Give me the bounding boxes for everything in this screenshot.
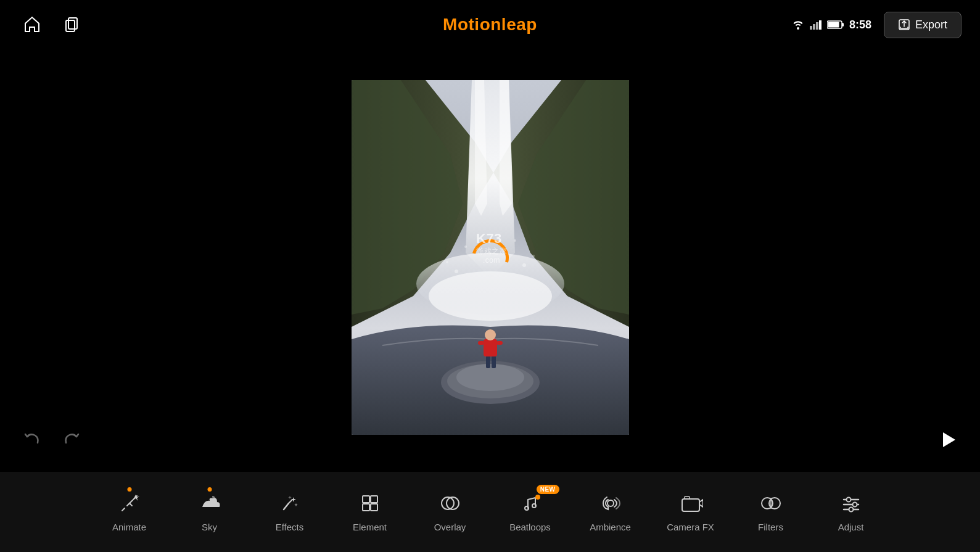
export-label: Export [915, 19, 947, 31]
svg-point-26 [464, 245, 467, 248]
svg-rect-0 [66, 20, 75, 31]
svg-rect-17 [492, 356, 496, 368]
svg-point-22 [455, 270, 458, 273]
watermark-sub: 游戏之家.com [476, 247, 507, 265]
svg-rect-5 [819, 20, 821, 30]
svg-rect-21 [496, 341, 503, 345]
svg-rect-18 [484, 339, 497, 356]
toolbar-item-animate[interactable]: Animate [89, 484, 170, 541]
ambience-label: Ambience [590, 522, 631, 532]
toolbar-item-effects[interactable]: Effects [250, 484, 330, 541]
svg-rect-39 [685, 496, 690, 499]
svg-point-47 [852, 502, 857, 506]
svg-point-35 [532, 504, 536, 508]
bottom-toolbar: Animate Sky Effects [0, 472, 980, 552]
animate-dot [127, 487, 131, 492]
svg-point-36 [535, 495, 540, 500]
svg-point-48 [849, 507, 853, 511]
toolbar-item-overlay[interactable]: Overlay [410, 484, 490, 541]
layers-button[interactable] [58, 11, 85, 38]
svg-rect-29 [371, 496, 377, 503]
effects-label: Effects [276, 522, 304, 532]
toolbar-item-filters[interactable]: Filters [731, 484, 811, 541]
home-icon [22, 15, 42, 35]
toolbar-item-adjust[interactable]: Adjust [811, 484, 891, 541]
svg-point-24 [522, 263, 526, 267]
top-left-icons [19, 11, 85, 38]
top-right: 8:58 Export [791, 12, 961, 38]
camera-fx-icon [677, 490, 704, 517]
svg-rect-1 [68, 18, 77, 29]
watermark-main: K73 [476, 231, 502, 246]
undo-icon [23, 430, 41, 449]
beatloops-new-badge: NEW [537, 485, 559, 494]
export-button[interactable]: Export [884, 12, 961, 38]
sky-dot [207, 487, 212, 492]
top-bar: Motionleap 8:58 [0, 0, 980, 49]
svg-rect-16 [486, 356, 490, 368]
svg-rect-30 [363, 504, 369, 511]
svg-point-34 [525, 506, 529, 510]
svg-point-23 [446, 261, 448, 263]
camera-fx-label: Camera FX [667, 522, 714, 532]
svg-rect-28 [363, 496, 369, 503]
effects-icon [276, 490, 303, 517]
overlay-icon [437, 490, 464, 517]
export-icon [898, 19, 910, 31]
watermark: K73 游戏之家.com [476, 231, 507, 265]
svg-rect-3 [813, 24, 815, 30]
filters-icon [757, 490, 784, 517]
svg-rect-20 [478, 341, 484, 345]
adjust-label: Adjust [838, 522, 864, 532]
ambience-icon [597, 490, 624, 517]
svg-point-46 [846, 497, 850, 501]
animate-icon [116, 490, 143, 517]
svg-point-12 [429, 271, 552, 321]
animate-label: Animate [112, 522, 146, 532]
toolbar-item-ambience[interactable]: Ambience [570, 484, 651, 541]
canvas-area: K73 游戏之家.com [0, 49, 980, 466]
svg-point-19 [485, 329, 496, 340]
svg-rect-8 [842, 23, 844, 27]
svg-point-27 [514, 239, 516, 242]
element-icon [356, 490, 384, 517]
play-icon [937, 429, 959, 451]
svg-rect-38 [682, 499, 699, 511]
svg-rect-4 [816, 22, 818, 30]
svg-point-25 [532, 255, 535, 257]
toolbar-item-element[interactable]: Element [330, 484, 410, 541]
adjust-icon [838, 490, 865, 517]
status-bar: 8:58 [791, 19, 871, 31]
svg-rect-7 [828, 22, 839, 28]
play-button[interactable] [934, 426, 961, 453]
svg-rect-2 [810, 26, 812, 30]
toolbar-item-beatloops[interactable]: NEW Beatloops [490, 484, 570, 541]
toolbar-item-sky[interactable]: Sky [170, 484, 250, 541]
redo-button[interactable] [58, 426, 85, 453]
element-label: Element [353, 522, 387, 532]
time-display: 8:58 [849, 19, 871, 31]
sky-label: Sky [202, 522, 217, 532]
undo-button[interactable] [19, 426, 46, 453]
signal-icon [810, 20, 822, 30]
right-controls [934, 426, 961, 453]
svg-rect-31 [371, 504, 377, 511]
svg-point-37 [607, 500, 614, 506]
svg-point-15 [456, 364, 524, 391]
wifi-icon [791, 20, 805, 30]
sky-icon [196, 490, 223, 517]
battery-icon [827, 20, 844, 30]
home-button[interactable] [19, 11, 46, 38]
filters-label: Filters [758, 522, 783, 532]
beatloops-label: Beatloops [509, 522, 551, 532]
toolbar-item-camera-fx[interactable]: Camera FX [651, 484, 731, 541]
layers-icon [62, 15, 81, 35]
image-frame: K73 游戏之家.com [352, 80, 629, 435]
left-controls [19, 426, 85, 453]
app-title: Motionleap [443, 15, 537, 35]
overlay-label: Overlay [434, 522, 466, 532]
redo-icon [62, 430, 81, 449]
